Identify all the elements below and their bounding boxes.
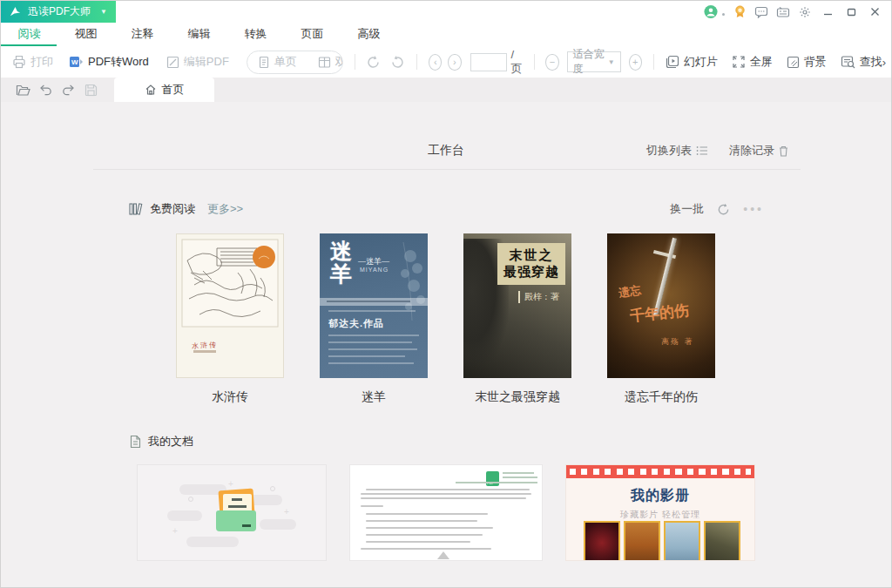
document-card-pdf-help[interactable] (349, 464, 543, 561)
document-card-album[interactable]: 我的影册 珍藏影片 轻松管理 (565, 464, 755, 561)
pdf-badge-icon (486, 471, 499, 486)
edit-pencil-icon (166, 56, 179, 69)
rotate-counterclockwise-button[interactable] (390, 55, 405, 70)
refresh-icon[interactable] (717, 203, 730, 216)
zoom-in-button[interactable]: + (629, 54, 642, 71)
free-reading-header: 免费阅读 更多>> (129, 201, 243, 217)
feedback-bubble-icon[interactable] (754, 5, 768, 19)
book-cover-yiwang[interactable]: 遗忘 千年的伤 离殇 著 (607, 233, 715, 378)
doc-text-line (366, 527, 493, 529)
book-title-miyang[interactable]: 迷羊 (320, 389, 428, 405)
cover-title-line2: 千年的伤 (629, 301, 690, 327)
double-page-button[interactable]: 双页 (307, 54, 343, 70)
home-tab-label: 首页 (162, 82, 185, 98)
maximize-button[interactable] (843, 5, 859, 19)
app-logo-icon (9, 5, 22, 18)
user-avatar-icon[interactable] (704, 5, 718, 19)
edit-pdf-button[interactable]: 编辑PDF (166, 54, 229, 70)
movie-poster (624, 521, 660, 561)
background-button[interactable]: 背景 (787, 54, 827, 70)
find-button[interactable]: 查找 (841, 54, 882, 70)
page-layout-toggle: 单页 双页 (247, 51, 343, 74)
home-tab[interactable]: 首页 (114, 78, 214, 102)
tab-edit[interactable]: 编辑 (171, 23, 227, 46)
section-divider (93, 169, 801, 170)
app-title: 迅读PDF大师 (28, 4, 91, 19)
book-cover-miyang[interactable]: 迷 羊 —迷羊— MIYANG 郁达夫.作品 (320, 233, 428, 378)
tab-annotate[interactable]: 注释 (114, 23, 171, 46)
switch-list-button[interactable]: 切换列表 (646, 143, 708, 159)
app-menu-button[interactable]: 迅读PDF大师 ▼ (1, 1, 116, 23)
album-subtitle: 珍藏影片 轻松管理 (566, 509, 754, 521)
cover-author: 离殇 著 (661, 336, 694, 348)
print-button[interactable]: 打印 (12, 54, 53, 70)
single-page-button[interactable]: 单页 (247, 54, 307, 70)
fullscreen-button[interactable]: 全屏 (732, 54, 773, 70)
doc-text-line (361, 505, 383, 507)
cover-text-line (328, 362, 414, 364)
cover-en-text: MIYANG (360, 267, 389, 273)
refresh-batch-button[interactable]: 换一批 (670, 201, 704, 217)
movie-poster (704, 521, 740, 561)
zoom-mode-select[interactable]: 适合宽度 ▼ (567, 51, 621, 72)
badge-text-line (503, 476, 537, 478)
book-cover-shuihuzhuan[interactable]: 水浒传 (176, 233, 284, 378)
tab-page[interactable]: 页面 (284, 23, 341, 46)
trash-icon (779, 145, 788, 157)
save-button[interactable] (79, 84, 102, 97)
zoom-out-button[interactable]: − (545, 54, 558, 71)
minimize-button[interactable] (820, 5, 835, 19)
previous-page-button[interactable]: ‹ (429, 54, 442, 71)
cover-band (320, 298, 428, 306)
my-documents-header: 我的文档 (129, 434, 193, 449)
deco-plus: + (228, 479, 233, 489)
titlebar-controls (704, 5, 891, 19)
deco-ring (270, 486, 275, 491)
tab-view[interactable]: 视图 (57, 23, 114, 46)
open-file-button[interactable] (11, 84, 34, 97)
undo-button[interactable] (34, 84, 57, 96)
badge-text-line (503, 472, 534, 474)
cover-text-line (328, 310, 416, 312)
toolbar-overflow-button[interactable]: › (882, 56, 886, 69)
vip-medal-icon[interactable] (733, 5, 747, 19)
doc-text-line (361, 548, 491, 550)
ink-illustration (177, 234, 283, 332)
slideshow-button[interactable]: 幻灯片 (666, 54, 718, 70)
book-title-yiwang[interactable]: 遗忘千年的伤 (607, 389, 715, 405)
book-title-moshi[interactable]: 末世之最强穿越 (463, 389, 571, 405)
free-reading-actions: 换一批 ••• (670, 201, 764, 217)
close-button[interactable] (867, 5, 882, 19)
doc-text-line (366, 520, 477, 522)
more-books-link[interactable]: 更多>> (207, 201, 243, 217)
rotate-clockwise-button[interactable] (366, 55, 381, 70)
settings-gear-icon[interactable] (798, 5, 812, 19)
document-card-empty[interactable]: + + + (137, 464, 327, 561)
doc-text-line (366, 489, 530, 490)
document-tab-bar: 首页 (1, 78, 891, 102)
clear-history-button[interactable]: 清除记录 (729, 143, 788, 159)
next-page-button[interactable]: › (448, 54, 461, 71)
tab-advanced[interactable]: 高级 (341, 23, 397, 46)
page-number-input[interactable] (470, 53, 507, 71)
cover-author-mark (193, 350, 216, 353)
toolbar-separator (416, 54, 417, 70)
toolbar-separator (534, 54, 535, 70)
book-cover-moshi[interactable]: 末世之 最强穿越 殿梓：著 (463, 233, 571, 378)
redo-button[interactable] (57, 84, 79, 96)
book-title-shuihuzhuan[interactable]: 水浒传 (176, 389, 284, 405)
list-view-icon (696, 145, 708, 156)
workspace-content: 工作台 切换列表 清除记录 免费阅读 更多>> 换一批 ••• (1, 102, 891, 588)
pdf-to-word-button[interactable]: W PDF转Word (69, 54, 149, 70)
tab-convert[interactable]: 转换 (227, 23, 284, 46)
single-page-icon (258, 56, 270, 69)
more-options-button[interactable]: ••• (743, 206, 764, 212)
dropdown-caret-icon: ▼ (608, 58, 615, 66)
shortcut-keyboard-icon[interactable] (776, 5, 790, 19)
deco-blob (167, 510, 202, 521)
cover-text-line (328, 341, 412, 343)
toolbar-separator (355, 54, 355, 70)
tab-read[interactable]: 阅读 (1, 23, 57, 46)
movie-poster (584, 521, 620, 561)
rotate-ccw-icon (390, 55, 405, 70)
